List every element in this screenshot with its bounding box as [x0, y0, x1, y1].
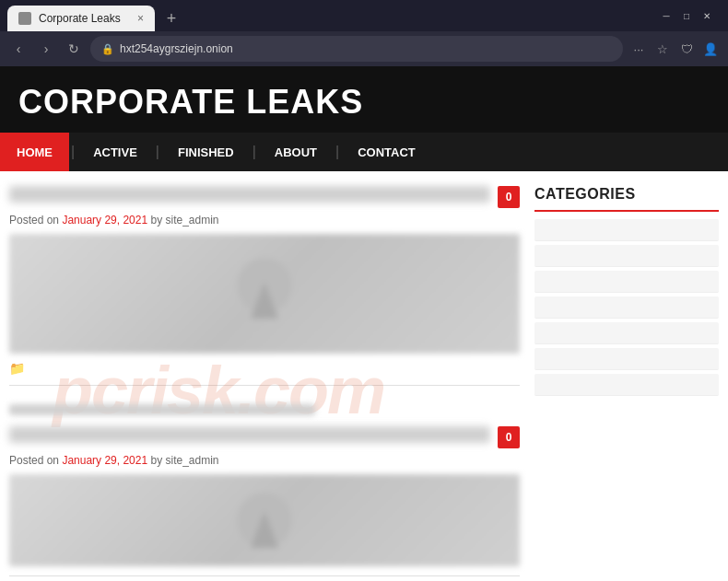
nav-finished[interactable]: FINISHED — [161, 133, 251, 171]
post-1-header-row: 0 — [9, 186, 520, 208]
refresh-button[interactable]: ↻ — [63, 38, 85, 60]
category-item-3[interactable] — [534, 271, 719, 293]
nav-contact[interactable]: CONTACT — [341, 133, 432, 171]
window-controls: ─ □ ✕ — [660, 9, 721, 28]
category-item-4[interactable] — [534, 296, 719, 319]
post-1-image — [9, 234, 520, 354]
site-header: CORPORATE LEAKS — [0, 66, 728, 133]
sidebar: CATEGORIES — [534, 186, 719, 581]
post-1-blurred-title — [9, 186, 490, 203]
nav-about[interactable]: ABOUT — [258, 133, 334, 171]
post-2-header-row: 0 — [9, 426, 520, 448]
back-button[interactable]: ‹ — [7, 38, 29, 60]
url-text: hxt254aygrsziejn.onion — [120, 42, 612, 55]
new-tab-button[interactable]: + — [159, 6, 184, 31]
bookmark-icon[interactable]: ☆ — [652, 39, 673, 59]
post-2-date-link[interactable]: January 29, 2021 — [62, 454, 147, 467]
category-item-5[interactable] — [534, 322, 719, 344]
divider-row — [9, 404, 315, 415]
post-2-comment-badge[interactable]: 0 — [498, 426, 520, 448]
main-posts: 0 Posted on January 29, 2021 by site_adm… — [9, 186, 520, 581]
post-1-image-inner — [9, 234, 520, 354]
post-1-by: by — [150, 214, 162, 227]
post-1-comment-badge[interactable]: 0 — [498, 186, 520, 208]
post-2-by: by — [150, 454, 162, 467]
post-1-meta: Posted on January 29, 2021 by site_admin — [9, 214, 520, 227]
nav-sep-2: | — [154, 144, 161, 160]
category-item-7[interactable] — [534, 374, 719, 396]
post-2-image — [9, 474, 520, 566]
site-title: CORPORATE LEAKS — [18, 83, 710, 122]
lock-icon: 🔒 — [101, 43, 114, 55]
nav-home[interactable]: HOME — [0, 133, 69, 171]
nav-sep-4: | — [334, 144, 341, 160]
post-card-1: 0 Posted on January 29, 2021 by site_adm… — [9, 186, 520, 386]
post-1-footer-icon: 📁 — [9, 361, 520, 376]
shield-icon[interactable]: 🛡 — [676, 39, 697, 59]
active-tab[interactable]: Corporate Leaks × — [7, 6, 155, 31]
website-frame: CORPORATE LEAKS HOME | ACTIVE | FINISHED… — [0, 66, 728, 581]
categories-title: CATEGORIES — [534, 186, 719, 212]
post-2-author[interactable]: site_admin — [166, 454, 219, 467]
address-bar-row: ‹ › ↻ 🔒 hxt254aygrsziejn.onion ··· ☆ 🛡 👤 — [0, 31, 728, 66]
site-nav: HOME | ACTIVE | FINISHED | ABOUT | CONTA… — [0, 133, 728, 171]
maximize-button[interactable]: □ — [680, 9, 693, 22]
browser-chrome: Corporate Leaks × + ─ □ ✕ ‹ › ↻ 🔒 hxt254… — [0, 0, 728, 66]
post-2-image-inner — [9, 474, 520, 566]
tab-close-button[interactable]: × — [137, 12, 144, 25]
post-2-blurred-title — [9, 426, 490, 443]
extensions-icon[interactable]: ··· — [628, 39, 649, 59]
category-item-6[interactable] — [534, 348, 719, 370]
site-content: pcrisk.com 0 Posted on January 29, 2021 … — [0, 171, 728, 581]
category-item-2[interactable] — [534, 245, 719, 267]
profile-icon[interactable]: 👤 — [700, 39, 721, 59]
post-1-meta-posted: Posted on — [9, 214, 59, 227]
nav-sep-1: | — [69, 144, 76, 160]
post-2-meta-posted: Posted on — [9, 454, 59, 467]
post-2-meta: Posted on January 29, 2021 by site_admin — [9, 454, 520, 467]
post-1-date-link[interactable]: January 29, 2021 — [62, 214, 147, 227]
close-window-button[interactable]: ✕ — [700, 9, 713, 22]
tab-bar: Corporate Leaks × + ─ □ ✕ — [0, 0, 728, 31]
minimize-button[interactable]: ─ — [660, 9, 673, 22]
toolbar-right: ··· ☆ 🛡 👤 — [628, 39, 721, 59]
nav-sep-3: | — [251, 144, 258, 160]
tab-title: Corporate Leaks — [39, 12, 130, 25]
nav-active[interactable]: ACTIVE — [76, 133, 154, 171]
address-bar[interactable]: 🔒 hxt254aygrsziejn.onion — [90, 36, 623, 62]
category-item-1[interactable] — [534, 219, 719, 241]
tab-favicon — [18, 12, 31, 25]
post-1-author[interactable]: site_admin — [166, 214, 219, 227]
post-card-2: 0 Posted on January 29, 2021 by site_adm… — [9, 426, 520, 576]
forward-button[interactable]: › — [35, 38, 57, 60]
